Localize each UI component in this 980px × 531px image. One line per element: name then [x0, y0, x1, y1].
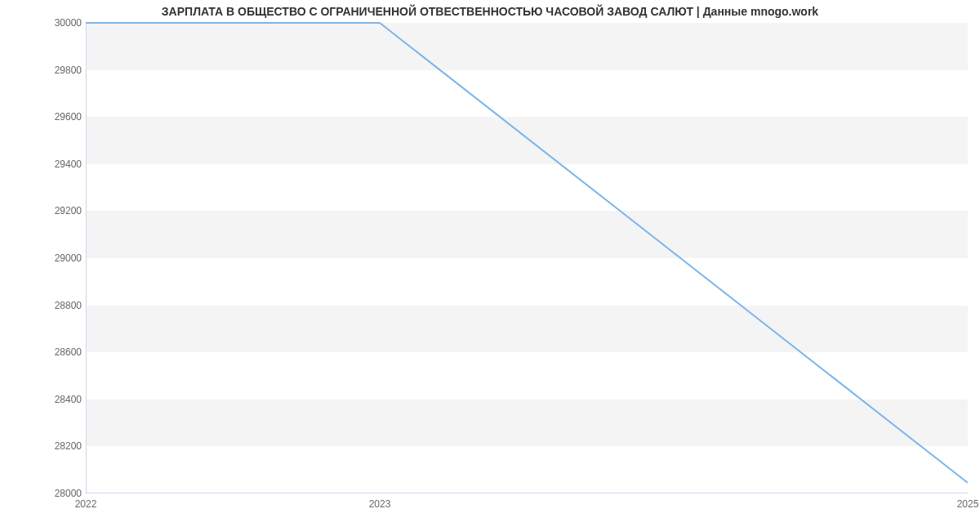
plot-area — [86, 23, 968, 493]
x-tick-label: 2025 — [957, 498, 979, 510]
y-tick-label: 29200 — [8, 205, 82, 216]
y-tick-label: 29800 — [8, 65, 82, 76]
y-tick-label: 29400 — [8, 158, 82, 170]
y-tick-label: 29600 — [8, 111, 82, 123]
line-series — [86, 23, 968, 493]
y-tick-label: 29000 — [8, 252, 82, 264]
y-tick-label: 28200 — [8, 440, 82, 452]
x-tick-label: 2023 — [369, 498, 391, 510]
y-tick-label: 30000 — [8, 17, 82, 29]
x-tick-label: 2022 — [75, 498, 97, 510]
chart-title: ЗАРПЛАТА В ОБЩЕСТВО С ОГРАНИЧЕННОЙ ОТВЕС… — [0, 5, 980, 18]
y-tick-label: 28600 — [8, 346, 82, 358]
y-tick-label: 28400 — [8, 394, 82, 405]
chart-container: ЗАРПЛАТА В ОБЩЕСТВО С ОГРАНИЧЕННОЙ ОТВЕС… — [0, 0, 980, 531]
y-tick-label: 28800 — [8, 300, 82, 311]
y-tick-label: 28000 — [8, 488, 82, 499]
